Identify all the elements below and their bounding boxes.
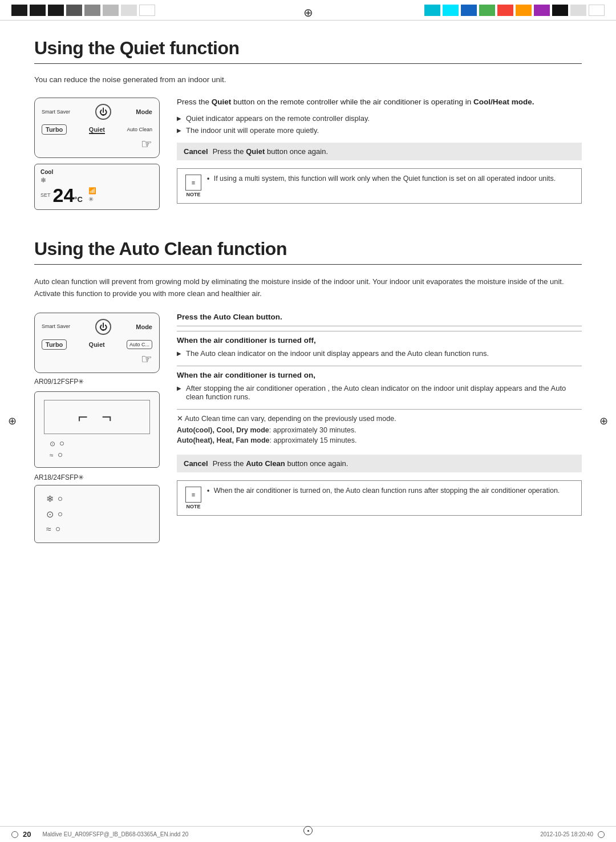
color-box-red — [497, 5, 513, 16]
when-on-bullet1: After stopping the air conditioner opera… — [177, 384, 582, 401]
turbo-label: Turbo — [42, 124, 67, 135]
note-bullet: • — [207, 175, 209, 183]
snowflake-icon2: ❄ — [46, 493, 54, 504]
wave-icon2: ≈ — [46, 524, 51, 535]
dot4 — [58, 512, 62, 516]
note-icon-area: ≡ NOTE — [185, 175, 201, 197]
cool-label: Cool — [40, 169, 153, 175]
reg-box-gray1 — [66, 5, 82, 16]
ac-note-text: When the air conditioner is turned on, t… — [214, 487, 560, 495]
auto-clean-note-box: ≡ NOTE • When the air conditioner is tur… — [177, 480, 582, 516]
ar09-icon-row2: ≈ — [50, 451, 150, 459]
color-box-cyan — [424, 5, 440, 16]
ar09-display-icons: ⊙ ≈ — [44, 440, 150, 459]
note-content: • If using a multi system, this function… — [207, 175, 556, 197]
reg-box-black2 — [30, 5, 46, 16]
ar18-icon-row2: ⊙ — [46, 509, 150, 520]
time-note1-text: : approximately 30 minutes. — [269, 426, 356, 434]
reg-box-white — [139, 5, 155, 16]
auto-clean-right: Press the Auto Clean button. When the ai… — [177, 313, 582, 516]
reg-marks-right — [424, 5, 605, 16]
color-box-white2 — [589, 5, 605, 16]
top-registration-bar: ⊕ — [0, 0, 616, 21]
auto-clean-remote: Smart Saver ⏻ Mode Turbo Quiet Auto C...… — [34, 313, 160, 373]
ac-power-btn: ⏻ — [95, 319, 111, 335]
when-off-heading: When the air conditioner is turned off, — [177, 331, 582, 345]
color-box-purple — [534, 5, 550, 16]
section-gap — [34, 210, 582, 238]
quiet-label: Quiet — [89, 126, 105, 133]
divider2 — [177, 409, 582, 410]
center-crosshair: ⊕ — [303, 6, 313, 19]
ac-note-icon: ≡ — [185, 487, 201, 503]
color-box-green — [479, 5, 495, 16]
auto-clean-body: Smart Saver ⏻ Mode Turbo Quiet Auto C...… — [34, 313, 582, 543]
ac-turbo-label: Turbo — [42, 339, 67, 350]
ac-note-icon-area: ≡ NOTE — [185, 487, 201, 509]
remote-control-top: Smart Saver ⏻ Mode Turbo Quiet Auto Clea… — [34, 98, 160, 158]
color-box-orange — [516, 5, 532, 16]
left-crosshair: ⊕ — [8, 415, 17, 427]
right-crosshair: ⊕ — [599, 415, 608, 427]
bottom-bar: 20 Maldive EU_AR09FSFP@_IB_DB68-03365A_E… — [0, 826, 616, 842]
time-note2-text: : approximately 15 minutes. — [270, 436, 357, 444]
quiet-cancel-label: Cancel — [184, 147, 208, 156]
dot3 — [58, 497, 62, 501]
press-auto-clean-title: Press the Auto Clean button. — [177, 313, 582, 321]
ac-cancel-label: Cancel — [184, 459, 208, 468]
quiet-remote-illustration: Smart Saver ⏻ Mode Turbo Quiet Auto Clea… — [34, 98, 160, 210]
quiet-instructions-panel: Press the Quiet button on the remote con… — [177, 98, 582, 204]
ar18-display-icons: ❄ ⊙ ≈ — [44, 493, 150, 535]
ac-quiet-label: Quiet — [89, 341, 105, 348]
quiet-bold1: Quiet — [212, 98, 232, 106]
temperature-value: 24 — [53, 185, 75, 205]
auto-clean-intro: Auto clean function will prevent from gr… — [34, 276, 582, 300]
hand-pointing-icon: ☞ — [42, 137, 152, 152]
temperature-display: 24 °C — [53, 185, 83, 205]
ac-note-label: NOTE — [186, 504, 200, 509]
ar09-icon-row1: ⊙ — [50, 440, 150, 448]
page-number: 20 — [23, 830, 31, 839]
time-note2: Auto(heat), Heat, Fan mode: approximatel… — [177, 436, 582, 444]
temp-row: SET 24 °C 📶 ✳ — [40, 185, 153, 205]
fan-icon: ✳ — [88, 196, 96, 203]
color-box-blue — [461, 5, 477, 16]
dot1 — [60, 442, 64, 446]
time-note2-bold: Auto(heat), Heat, Fan mode — [177, 436, 270, 444]
bottom-center-crosshair — [303, 826, 313, 835]
auto-clean-left: Smart Saver ⏻ Mode Turbo Quiet Auto C...… — [34, 313, 160, 543]
time-note1: Auto(cool), Cool, Dry mode: approximatel… — [177, 426, 582, 434]
note-icon: ≡ — [185, 175, 201, 191]
spacer — [177, 447, 582, 455]
quiet-instruction-main: Press the Quiet button on the remote con… — [177, 98, 582, 106]
quiet-cancel-text: Press the Quiet button once again. — [213, 147, 328, 156]
quiet-bullet-2: The indoor unit will operate more quietl… — [177, 126, 582, 135]
quiet-section-intro: You can reduce the noise generated from … — [34, 75, 582, 84]
reg-box-black1 — [11, 5, 27, 16]
display-box: Cool ❄ SET 24 °C 📶 ✳ — [34, 164, 160, 210]
ac-smart-saver: Smart Saver — [42, 323, 70, 330]
auto-clean-section-title: Using the Auto Clean function — [34, 238, 582, 265]
auto-clean-cancel-box: Cancel Press the Auto Clean button once … — [177, 455, 582, 472]
power-button-icon: ⏻ — [95, 104, 111, 120]
quiet-function-section: Using the Quiet function You can reduce … — [34, 38, 582, 210]
ac-mode-label: Mode — [136, 323, 152, 330]
ar18-icon-row1: ❄ — [46, 493, 150, 504]
when-off-bullet1: The Auto clean indicator on the indoor u… — [177, 349, 582, 358]
ac-hand-icon: ☞ — [42, 352, 152, 367]
bottom-filename: Maldive EU_AR09FSFP@_IB_DB68-03365A_EN.i… — [42, 831, 188, 837]
display-icons: 📶 ✳ — [88, 187, 96, 203]
auto-clean-section: Using the Auto Clean function Auto clean… — [34, 238, 582, 543]
reg-box-gray3 — [103, 5, 119, 16]
dot2 — [58, 453, 62, 457]
divider1 — [177, 326, 582, 326]
bottom-timestamp: 2012-10-25 18:20:40 — [540, 831, 593, 837]
clock-icon2: ⊙ — [46, 509, 54, 520]
set-label: SET — [40, 192, 51, 198]
clock-icon1: ⊙ — [50, 440, 55, 448]
degree-symbol: °C — [74, 195, 83, 204]
ac-note-bullet: • — [207, 487, 209, 495]
note-label: NOTE — [186, 192, 200, 197]
ac-cancel-text: Press the Auto Clean button once again. — [213, 459, 348, 468]
quiet-bold2: Cool/Heat mode. — [473, 98, 534, 106]
